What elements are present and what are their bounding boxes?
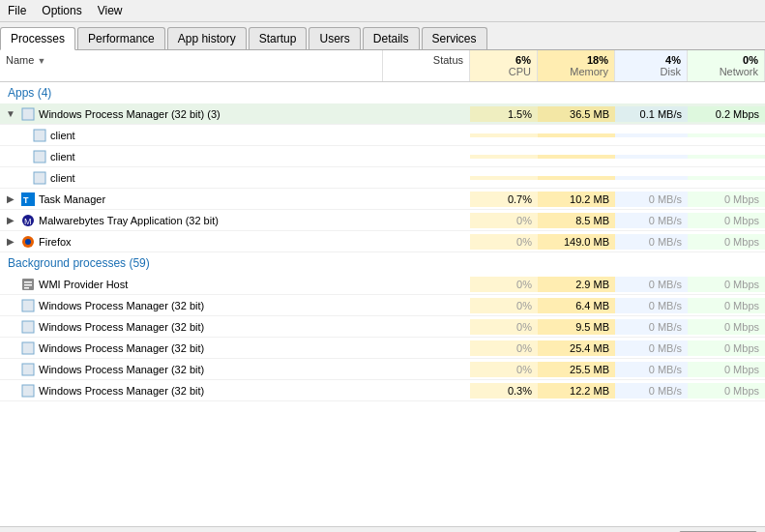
tab-performance[interactable]: Performance — [77, 27, 165, 49]
menu-options[interactable]: Options — [38, 2, 85, 19]
section-header: Apps (4) — [0, 82, 765, 103]
malwarebytes-icon: M — [21, 214, 35, 227]
row-status — [383, 197, 470, 201]
row-name-cell: Windows Process Manager (32 bit) — [0, 297, 383, 314]
main-container: Name ▼ Status 6% CPU 18% Memory 4% Disk … — [0, 50, 765, 526]
menu-bar: File Options View — [0, 0, 765, 22]
firefox-icon — [21, 235, 35, 249]
table-row[interactable]: ▼Windows Process Manager (32 bit) (3)1.5… — [0, 103, 765, 125]
row-status — [383, 282, 470, 286]
footer: ⌄ Fewer details End task — [0, 526, 765, 532]
table-body: Apps (4)▼Windows Process Manager (32 bit… — [0, 82, 765, 526]
svg-rect-16 — [22, 342, 34, 354]
row-status — [383, 389, 470, 393]
table-row[interactable]: client — [0, 146, 765, 167]
process-name: Windows Process Manager (32 bit) (3) — [39, 108, 221, 120]
expand-button[interactable]: ▶ — [4, 214, 17, 227]
row-name-cell: Windows Process Manager (32 bit) — [0, 382, 383, 399]
generic-icon — [21, 107, 35, 121]
row-memory: 25.5 MB — [538, 362, 615, 377]
row-cpu: 1.5% — [470, 106, 538, 122]
table-row[interactable]: ▶MMalwarebytes Tray Application (32 bit)… — [0, 210, 765, 231]
row-disk: 0 MB/s — [615, 213, 688, 228]
row-network: 0 Mbps — [688, 277, 765, 292]
table-row[interactable]: Windows Process Manager (32 bit)0.3%12.2… — [0, 380, 765, 401]
row-status — [383, 176, 470, 180]
row-memory: 36.5 MB — [538, 106, 615, 122]
generic-icon — [21, 384, 35, 398]
expand-button[interactable]: ▶ — [4, 235, 17, 249]
col-header-memory[interactable]: 18% Memory — [538, 50, 615, 81]
tab-startup[interactable]: Startup — [249, 27, 308, 49]
row-network — [688, 133, 765, 137]
row-status — [383, 325, 470, 329]
table-row[interactable]: WMI Provider Host0%2.9 MB0 MB/s0 Mbps — [0, 274, 765, 295]
row-network: 0 Mbps — [688, 192, 765, 207]
row-status — [383, 304, 470, 308]
row-memory: 10.2 MB — [538, 192, 615, 207]
expand-button[interactable]: ▼ — [4, 107, 17, 121]
row-disk: 0 MB/s — [615, 298, 688, 313]
svg-rect-3 — [34, 172, 45, 184]
row-network: 0 Mbps — [688, 383, 765, 399]
tab-processes[interactable]: Processes — [0, 27, 75, 50]
tab-details[interactable]: Details — [363, 27, 420, 49]
table-row[interactable]: client — [0, 125, 765, 146]
process-name: Windows Process Manager (32 bit) — [39, 300, 204, 311]
col-header-name[interactable]: Name ▼ — [0, 50, 383, 81]
col-header-cpu[interactable]: 6% CPU — [470, 50, 538, 81]
col-header-network[interactable]: 0% Network — [688, 50, 765, 81]
row-name-cell: client — [0, 127, 383, 144]
row-status — [383, 346, 470, 350]
row-cpu: 0.3% — [470, 383, 538, 399]
row-cpu: 0% — [470, 234, 538, 250]
row-disk — [615, 133, 688, 137]
row-memory — [538, 176, 615, 180]
tab-app-history[interactable]: App history — [167, 27, 247, 49]
row-memory: 2.9 MB — [538, 277, 615, 292]
row-disk: 0.1 MB/s — [615, 106, 688, 122]
table-row[interactable]: Windows Process Manager (32 bit)0%6.4 MB… — [0, 295, 765, 316]
row-cpu — [470, 133, 538, 137]
generic-icon — [33, 129, 46, 142]
tab-services[interactable]: Services — [422, 27, 487, 49]
row-cpu: 0% — [470, 340, 538, 356]
process-name: Windows Process Manager (32 bit) — [39, 385, 204, 397]
table-row[interactable]: client — [0, 167, 765, 189]
process-name: Malwarebytes Tray Application (32 bit) — [39, 215, 219, 226]
process-name: client — [50, 172, 75, 184]
svg-rect-2 — [34, 151, 45, 163]
col-header-status[interactable]: Status — [383, 50, 470, 81]
svg-text:T: T — [23, 195, 29, 205]
row-name-cell: ▼Windows Process Manager (32 bit) (3) — [0, 105, 383, 123]
process-name: Windows Process Manager (32 bit) — [39, 364, 204, 375]
process-name: Task Manager — [39, 193, 105, 205]
row-cpu: 0% — [470, 319, 538, 335]
col-header-disk[interactable]: 4% Disk — [615, 50, 688, 81]
wmi-icon — [21, 278, 35, 291]
tab-users[interactable]: Users — [309, 27, 360, 49]
expand-button[interactable]: ▶ — [4, 192, 17, 206]
section-header: Background processes (59) — [0, 252, 765, 274]
table-row[interactable]: Windows Process Manager (32 bit)0%25.4 M… — [0, 338, 765, 359]
svg-rect-13 — [24, 287, 29, 289]
process-name: client — [50, 151, 75, 163]
table-row[interactable]: ▶TTask Manager0.7%10.2 MB0 MB/s0 Mbps — [0, 189, 765, 210]
generic-icon — [33, 171, 46, 185]
row-name-cell: ▶TTask Manager — [0, 191, 383, 208]
svg-rect-12 — [24, 284, 32, 286]
row-network: 0 Mbps — [688, 298, 765, 313]
table-row[interactable]: Windows Process Manager (32 bit)0%9.5 MB… — [0, 316, 765, 338]
process-name: client — [50, 130, 75, 141]
row-memory: 25.4 MB — [538, 340, 615, 356]
row-cpu: 0% — [470, 213, 538, 228]
row-disk: 0 MB/s — [615, 383, 688, 399]
menu-file[interactable]: File — [4, 2, 30, 19]
row-status — [383, 219, 470, 222]
taskmanager-icon: T — [21, 192, 35, 206]
menu-view[interactable]: View — [94, 2, 127, 19]
row-disk: 0 MB/s — [615, 340, 688, 356]
row-disk — [615, 155, 688, 159]
table-row[interactable]: ▶Firefox0%149.0 MB0 MB/s0 Mbps — [0, 231, 765, 252]
table-row[interactable]: Windows Process Manager (32 bit)0%25.5 M… — [0, 359, 765, 380]
